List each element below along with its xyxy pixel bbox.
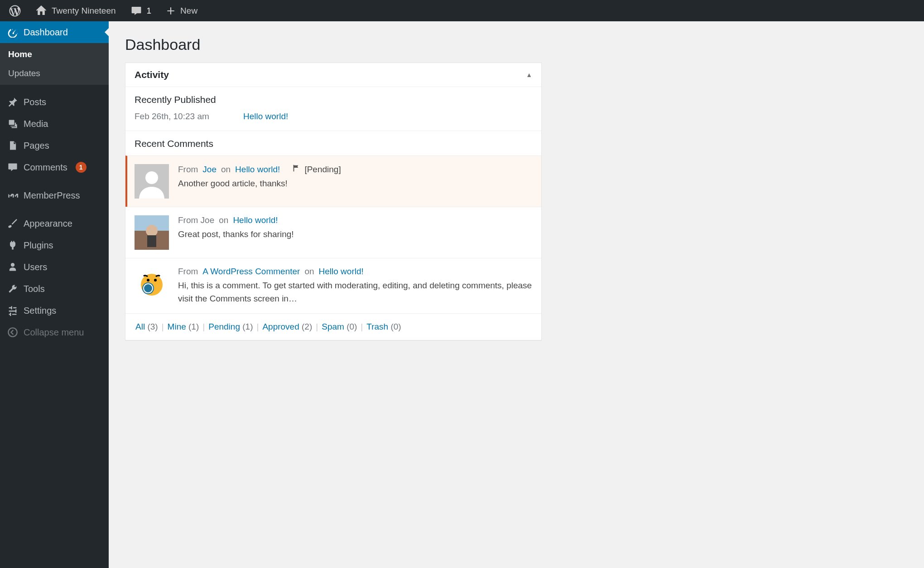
- filter-link[interactable]: Pending (1): [208, 322, 253, 332]
- admin-bar-site-name: Twenty Nineteen: [52, 6, 116, 16]
- activity-panel-toggle[interactable]: Activity ▲: [125, 63, 541, 87]
- svg-rect-6: [147, 235, 156, 247]
- user-icon: [7, 262, 18, 272]
- recently-published-title: Recently Published: [125, 87, 541, 112]
- caret-up-icon: ▲: [526, 71, 532, 78]
- recent-comments-title: Recent Comments: [125, 131, 541, 155]
- comment-meta: From Joe on Hello world!: [178, 215, 294, 225]
- comment-on-word: on: [219, 215, 228, 225]
- sidebar-item-plugins[interactable]: Plugins: [0, 234, 109, 256]
- comment-row: From A WordPress Commenter on Hello worl…: [125, 258, 541, 313]
- comments-badge: 1: [76, 162, 87, 173]
- filter-link[interactable]: All (3): [135, 322, 158, 332]
- admin-bar-comments[interactable]: 1: [127, 0, 155, 21]
- filter-separator: |: [202, 322, 205, 332]
- sidebar-sub-home[interactable]: Home: [0, 45, 109, 64]
- published-row: Feb 26th, 10:23 am Hello world!: [125, 112, 541, 131]
- sidebar-item-users[interactable]: Users: [0, 256, 109, 278]
- sidebar-label: Dashboard: [24, 27, 68, 38]
- dashboard-icon: [7, 27, 18, 38]
- filter-separator: |: [316, 322, 318, 332]
- admin-bar-wp-logo[interactable]: [5, 0, 24, 21]
- page-title: Dashboard: [125, 36, 908, 53]
- flag-icon: [292, 164, 300, 175]
- sidebar-item-tools[interactable]: Tools: [0, 278, 109, 300]
- svg-point-9: [147, 279, 149, 282]
- svg-point-10: [154, 279, 157, 282]
- filter-count: (0): [346, 322, 357, 331]
- svg-point-2: [145, 171, 158, 184]
- filter-link[interactable]: Trash (0): [366, 322, 401, 332]
- activity-panel: Activity ▲ Recently Published Feb 26th, …: [125, 63, 542, 340]
- collapse-icon: [7, 327, 18, 338]
- sidebar-item-appearance[interactable]: Appearance: [0, 213, 109, 234]
- comment-icon: [7, 162, 18, 173]
- comment-post-link[interactable]: Hello world!: [233, 215, 278, 225]
- filter-count: (1): [188, 322, 199, 331]
- filter-count: (2): [302, 322, 312, 331]
- comment-body: Hi, this is a comment. To get started wi…: [178, 279, 532, 305]
- pin-icon: [7, 97, 18, 107]
- filter-link[interactable]: Mine (1): [168, 322, 199, 332]
- admin-bar-site-link[interactable]: Twenty Nineteen: [32, 0, 120, 21]
- sidebar-item-media[interactable]: Media: [0, 113, 109, 135]
- svg-point-5: [146, 225, 158, 237]
- media-icon: [7, 118, 18, 129]
- activity-title: Activity: [135, 69, 169, 80]
- admin-bar-new[interactable]: New: [162, 0, 201, 21]
- pending-label: [Pending]: [304, 165, 341, 175]
- memberpress-icon: [7, 190, 18, 201]
- published-date: Feb 26th, 10:23 am: [135, 112, 243, 121]
- sidebar-item-settings[interactable]: Settings: [0, 300, 109, 321]
- sidebar-sub-updates[interactable]: Updates: [0, 64, 109, 83]
- brush-icon: [7, 218, 18, 229]
- comment-author-link[interactable]: A WordPress Commenter: [202, 267, 300, 277]
- svg-point-0: [8, 328, 17, 336]
- comment-author-link[interactable]: Joe: [202, 165, 217, 175]
- sidebar-item-pages[interactable]: Pages: [0, 135, 109, 156]
- admin-bar-new-label: New: [180, 6, 197, 16]
- comment-post-link[interactable]: Hello world!: [235, 165, 280, 175]
- comment-from-prefix: From Joe: [178, 215, 214, 225]
- avatar: [135, 164, 169, 199]
- filter-link[interactable]: Approved (2): [262, 322, 312, 332]
- wordpress-logo-icon: [9, 5, 21, 17]
- comment-body: Great post, thanks for sharing!: [178, 228, 294, 241]
- avatar: [135, 267, 169, 301]
- filter-count: (1): [242, 322, 253, 331]
- plug-icon: [7, 240, 18, 251]
- filter-count: (3): [147, 322, 158, 331]
- comment-from-prefix: From: [178, 165, 198, 175]
- filter-separator: |: [361, 322, 363, 332]
- wrench-icon: [7, 283, 18, 294]
- admin-bar-comment-count: 1: [147, 6, 152, 16]
- comment-post-link[interactable]: Hello world!: [319, 267, 364, 277]
- plus-icon: [166, 6, 176, 16]
- comment-meta: From A WordPress Commenter on Hello worl…: [178, 267, 532, 277]
- comment-icon: [130, 5, 142, 17]
- comment-row: From Joe on Hello world![Pending]Another…: [125, 155, 541, 207]
- sidebar-item-memberpress[interactable]: MemberPress: [0, 184, 109, 206]
- sidebar-item-dashboard[interactable]: Dashboard: [0, 21, 109, 43]
- comment-meta: From Joe on Hello world![Pending]: [178, 164, 341, 175]
- filter-separator: |: [162, 322, 164, 332]
- filter-separator: |: [256, 322, 259, 332]
- published-post-link[interactable]: Hello world!: [243, 112, 288, 121]
- comment-on-word: on: [304, 267, 314, 277]
- sidebar-collapse[interactable]: Collapse menu: [0, 321, 109, 343]
- avatar: [135, 215, 169, 250]
- filter-link[interactable]: Spam (0): [322, 322, 357, 332]
- comment-row: From Joe on Hello world!Great post, than…: [125, 207, 541, 258]
- sidebar-item-comments[interactable]: Comments 1: [0, 156, 109, 178]
- comment-filters: All (3)|Mine (1)|Pending (1)|Approved (2…: [125, 313, 541, 340]
- comment-body: Another good article, thanks!: [178, 177, 341, 190]
- home-icon: [35, 5, 47, 17]
- sidebar-item-posts[interactable]: Posts: [0, 91, 109, 113]
- comment-from-prefix: From: [178, 267, 198, 277]
- pages-icon: [7, 140, 18, 151]
- filter-count: (0): [390, 322, 401, 331]
- comment-on-word: on: [221, 165, 231, 175]
- sliders-icon: [7, 305, 18, 316]
